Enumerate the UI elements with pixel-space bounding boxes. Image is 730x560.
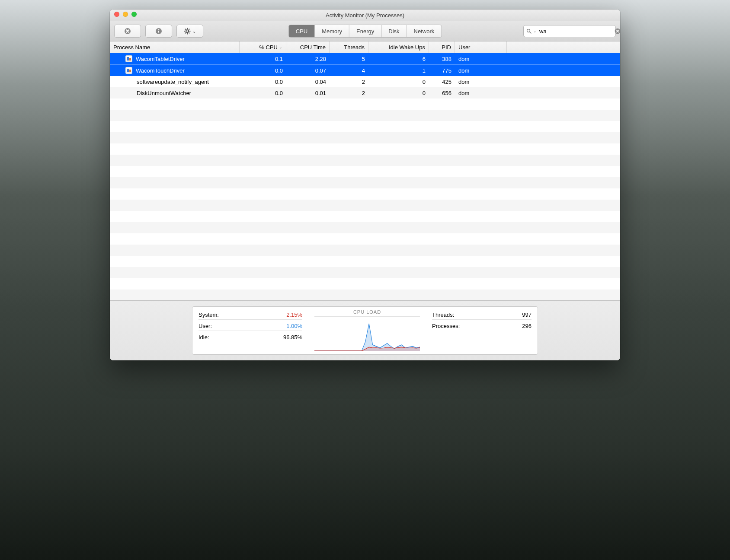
table-row-empty: [110, 143, 620, 155]
tab-network[interactable]: Network: [407, 25, 442, 37]
cell-user: dom: [455, 90, 507, 96]
table-row-empty: [110, 200, 620, 211]
titlebar[interactable]: Activity Monitor (My Processes): [110, 10, 620, 21]
stat-value: 2.15%: [286, 312, 302, 318]
cell-threads: 4: [330, 67, 368, 74]
app-icon: [125, 55, 132, 62]
cell-pid: 388: [429, 56, 455, 62]
cell-process-name: softwareupdate_notify_agent: [110, 79, 240, 85]
search-input[interactable]: [538, 28, 613, 35]
table-row-empty: [110, 267, 620, 278]
info-icon: [155, 28, 162, 35]
svg-point-2: [158, 29, 159, 30]
cell-cpu: 0.0: [240, 79, 286, 85]
tab-energy[interactable]: Energy: [349, 25, 381, 37]
cpu-load-graph: [314, 318, 420, 351]
table-row-empty: [110, 177, 620, 188]
process-name-label: DiskUnmountWatcher: [137, 90, 191, 96]
stop-process-button[interactable]: [114, 25, 141, 38]
svg-line-9: [185, 29, 186, 30]
tab-disk[interactable]: Disk: [381, 25, 407, 37]
svg-rect-3: [158, 31, 159, 33]
cell-idle-wakeups: 0: [368, 79, 429, 85]
column-headers: Process Name % CPU ⌄ CPU Time Threads Id…: [110, 41, 620, 53]
cell-cpu-time: 0.04: [286, 79, 330, 85]
column-user[interactable]: User: [455, 41, 507, 53]
zoom-icon[interactable]: [131, 12, 137, 17]
cell-idle-wakeups: 0: [368, 90, 429, 96]
cell-process-name: WacomTouchDriver: [110, 67, 240, 74]
cell-user: dom: [455, 56, 507, 62]
search-icon: [526, 29, 531, 34]
stat-value: 96.85%: [283, 334, 302, 340]
column-pid[interactable]: PID: [429, 41, 455, 53]
search-scope-chevron-icon[interactable]: ⌄: [533, 29, 537, 33]
cpu-usage-stats: System:2.15%User:1.00%Idle:96.85%: [199, 310, 302, 351]
cell-threads: 2: [330, 90, 368, 96]
system-counts: Threads:997Processes:296: [432, 310, 531, 351]
table-row[interactable]: WacomTabletDriver0.12.2856388dom: [110, 53, 620, 64]
inspect-process-button[interactable]: [145, 25, 172, 38]
cpu-load-chart: CPU LOAD: [314, 310, 420, 351]
column-process-name[interactable]: Process Name: [110, 41, 240, 53]
table-row-empty: [110, 166, 620, 177]
cell-user: dom: [455, 67, 507, 74]
cell-threads: 5: [330, 56, 368, 62]
app-icon: [125, 67, 132, 74]
minimize-icon[interactable]: [123, 12, 128, 17]
count-value: 296: [522, 323, 531, 329]
column-idle-wakeups[interactable]: Idle Wake Ups: [368, 41, 429, 53]
cell-cpu: 0.1: [240, 56, 286, 62]
column-threads[interactable]: Threads: [330, 41, 368, 53]
process-name-label: WacomTouchDriver: [136, 67, 185, 74]
count-row: Threads:997: [432, 310, 531, 320]
stat-value: 1.00%: [286, 323, 302, 329]
cell-cpu: 0.0: [240, 90, 286, 96]
cell-cpu-time: 0.07: [286, 67, 330, 74]
tab-memory[interactable]: Memory: [315, 25, 349, 37]
stat-row: Idle:96.85%: [199, 333, 302, 342]
cell-pid: 656: [429, 90, 455, 96]
search-field[interactable]: ⌄: [523, 25, 616, 37]
stat-row: System:2.15%: [199, 310, 302, 320]
table-row-empty: [110, 290, 620, 300]
clear-search-button[interactable]: [615, 28, 620, 34]
process-table[interactable]: WacomTabletDriver0.12.2856388domWacomTou…: [110, 53, 620, 300]
window-title: Activity Monitor (My Processes): [326, 12, 404, 19]
close-icon[interactable]: [114, 12, 119, 17]
toolbar: ⌄ CPUMemoryEnergyDiskNetwork ⌄: [110, 21, 620, 41]
column-cpu[interactable]: % CPU ⌄: [240, 41, 286, 53]
table-row[interactable]: softwareupdate_notify_agent0.00.0420425d…: [110, 76, 620, 87]
options-button[interactable]: ⌄: [176, 25, 203, 38]
count-label: Threads:: [432, 312, 454, 318]
cell-user: dom: [455, 79, 507, 85]
cell-cpu: 0.0: [240, 67, 286, 74]
column-spacer: [507, 41, 620, 53]
table-row[interactable]: WacomTouchDriver0.00.0741775dom: [110, 64, 620, 76]
process-name-label: WacomTabletDriver: [136, 56, 185, 62]
table-row-empty: [110, 245, 620, 256]
column-cpu-time[interactable]: CPU Time: [286, 41, 330, 53]
cell-process-name: DiskUnmountWatcher: [110, 90, 240, 96]
tab-cpu[interactable]: CPU: [289, 25, 315, 37]
stat-label: Idle:: [199, 334, 209, 340]
cell-cpu-time: 2.28: [286, 56, 330, 62]
svg-point-4: [186, 30, 189, 32]
cell-pid: 775: [429, 67, 455, 74]
chevron-down-icon: ⌄: [192, 29, 196, 34]
svg-line-12: [185, 33, 186, 34]
cell-pid: 425: [429, 79, 455, 85]
stop-icon: [124, 28, 131, 35]
stat-row: User:1.00%: [199, 321, 302, 331]
table-row-empty: [110, 155, 620, 166]
svg-line-10: [189, 33, 190, 34]
cell-threads: 2: [330, 79, 368, 85]
footer-panel: System:2.15%User:1.00%Idle:96.85% CPU LO…: [110, 300, 620, 360]
table-row[interactable]: DiskUnmountWatcher0.00.0120656dom: [110, 87, 620, 99]
gear-icon: [184, 28, 191, 35]
cell-idle-wakeups: 1: [368, 67, 429, 74]
footer-content: System:2.15%User:1.00%Idle:96.85% CPU LO…: [192, 306, 538, 355]
table-row-empty: [110, 233, 620, 245]
count-value: 997: [522, 312, 531, 318]
cpu-load-label: CPU LOAD: [314, 309, 420, 317]
